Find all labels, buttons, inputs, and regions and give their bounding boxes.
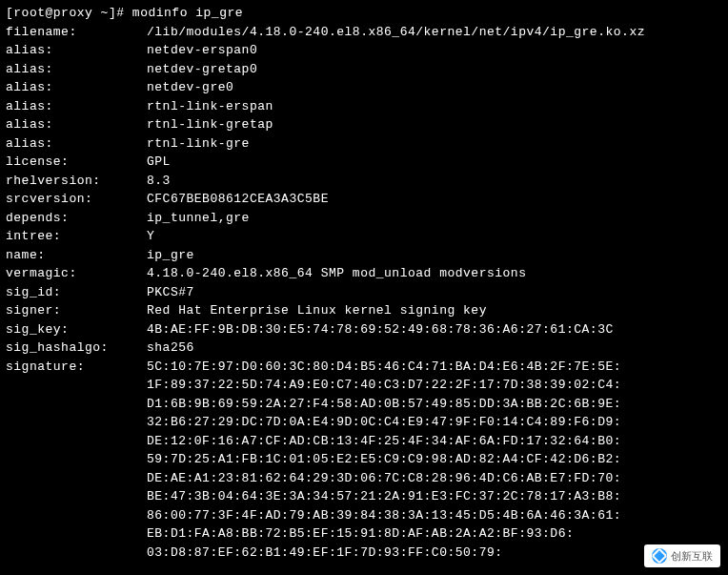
field-value: BE:47:3B:04:64:3E:3A:34:57:21:2A:91:E3:F…: [147, 489, 621, 503]
field-label: srcversion:: [6, 190, 147, 209]
field-value: ip_gre: [147, 248, 194, 262]
field-label: sig_hashalgo:: [6, 339, 147, 358]
field-label: alias:: [6, 97, 147, 116]
field-label: alias:: [6, 78, 147, 97]
field-label: signer:: [6, 301, 147, 320]
output-line: 86:00:77:3F:4F:AD:79:AB:39:84:38:3A:13:4…: [6, 506, 722, 525]
output-line: sig_id:PKCS#7: [6, 283, 722, 302]
field-label: name:: [6, 246, 147, 265]
field-label: rhelversion:: [6, 172, 147, 191]
field-value: 86:00:77:3F:4F:AD:79:AB:39:84:38:3A:13:4…: [147, 508, 621, 523]
field-value: 4.18.0-240.el8.x86_64 SMP mod_unload mod…: [147, 266, 526, 280]
field-value: rtnl-link-gre: [147, 136, 250, 151]
output-line: EB:D1:FA:A8:BB:72:B5:EF:15:91:8D:AF:AB:2…: [6, 524, 722, 544]
output-line: 59:7D:25:A1:FB:1C:01:05:E2:E5:C9:C9:98:A…: [6, 450, 722, 469]
output-block: filename:/lib/modules/4.18.0-240.el8.x86…: [6, 23, 722, 563]
field-value: DE:12:0F:16:A7:CF:AD:CB:13:4F:25:4F:34:A…: [147, 434, 621, 448]
field-value: 4B:AE:FF:9B:DB:30:E5:74:78:69:52:49:68:7…: [147, 322, 614, 337]
field-value: D1:6B:9B:69:59:2A:27:F4:58:AD:0B:57:49:8…: [147, 397, 621, 411]
field-value: PKCS#7: [147, 285, 194, 299]
output-line: alias:netdev-gre0: [6, 78, 722, 97]
terminal-output: [root@proxy ~]# modinfo ip_gre filename:…: [6, 4, 722, 562]
field-label: depends:: [6, 209, 147, 228]
field-value: 59:7D:25:A1:FB:1C:01:05:E2:E5:C9:C9:98:A…: [147, 452, 621, 466]
output-line: 32:B6:27:29:DC:7D:0A:E4:9D:0C:C4:E9:47:9…: [6, 413, 722, 432]
field-label: alias:: [6, 134, 147, 154]
field-label: license:: [6, 153, 147, 172]
field-label: sig_key:: [6, 320, 147, 339]
field-value: rtnl-link-gretap: [147, 117, 273, 132]
field-value: CFC67BEB08612CEA3A3C5BE: [147, 192, 329, 206]
field-value: ip_tunnel,gre: [147, 211, 250, 225]
field-value: GPL: [147, 154, 171, 169]
field-value: 1F:89:37:22:5D:74:A9:E0:C7:40:C3:D7:22:2…: [147, 378, 621, 392]
output-line: vermagic:4.18.0-240.el8.x86_64 SMP mod_u…: [6, 264, 722, 283]
field-value: EB:D1:FA:A8:BB:72:B5:EF:15:91:8D:AF:AB:2…: [147, 526, 574, 541]
output-line: alias:rtnl-link-erspan: [6, 97, 722, 116]
output-line: 03:D8:87:EF:62:B1:49:EF:1F:7D:93:FF:C0:5…: [6, 544, 722, 563]
field-label: alias:: [6, 41, 147, 60]
command-line: [root@proxy ~]# modinfo ip_gre: [6, 4, 722, 23]
field-label: intree:: [6, 227, 147, 246]
output-line: alias:netdev-gretap0: [6, 60, 722, 79]
field-value: rtnl-link-erspan: [147, 99, 273, 113]
field-label: sig_id:: [6, 283, 147, 302]
output-line: depends:ip_tunnel,gre: [6, 209, 722, 228]
field-value: netdev-gre0: [147, 80, 233, 94]
output-line: license:GPL: [6, 153, 722, 172]
shell-prompt: [root@proxy ~]#: [6, 6, 132, 20]
watermark-badge: 创新互联: [644, 544, 720, 568]
field-value: netdev-gretap0: [147, 62, 257, 76]
output-line: D1:6B:9B:69:59:2A:27:F4:58:AD:0B:57:49:8…: [6, 395, 722, 414]
command-text: modinfo ip_gre: [132, 6, 243, 20]
output-line: name:ip_gre: [6, 246, 722, 265]
field-label: filename:: [6, 23, 147, 42]
field-value: Y: [147, 229, 154, 243]
output-line: filename:/lib/modules/4.18.0-240.el8.x86…: [6, 23, 722, 42]
field-value: 8.3: [147, 174, 171, 188]
output-line: alias:rtnl-link-gre: [6, 134, 722, 154]
output-line: DE:AE:A1:23:81:62:64:29:3D:06:7C:C8:28:9…: [6, 469, 722, 488]
output-line: 1F:89:37:22:5D:74:A9:E0:C7:40:C3:D7:22:2…: [6, 376, 722, 395]
output-line: sig_key:4B:AE:FF:9B:DB:30:E5:74:78:69:52…: [6, 320, 722, 339]
output-line: DE:12:0F:16:A7:CF:AD:CB:13:4F:25:4F:34:A…: [6, 432, 722, 451]
field-value: 03:D8:87:EF:62:B1:49:EF:1F:7D:93:FF:C0:5…: [147, 545, 503, 560]
field-value: DE:AE:A1:23:81:62:64:29:3D:06:7C:C8:28:9…: [147, 471, 621, 485]
output-line: alias:netdev-erspan0: [6, 41, 722, 60]
output-line: alias:rtnl-link-gretap: [6, 115, 722, 134]
field-value: /lib/modules/4.18.0-240.el8.x86_64/kerne…: [147, 25, 645, 39]
field-label: alias:: [6, 60, 147, 79]
output-line: intree:Y: [6, 227, 722, 246]
output-line: signer:Red Hat Enterprise Linux kernel s…: [6, 301, 722, 320]
field-label: signature:: [6, 358, 147, 377]
output-line: signature:5C:10:7E:97:D0:60:3C:80:D4:B5:…: [6, 358, 722, 377]
output-line: sig_hashalgo:sha256: [6, 339, 722, 358]
output-line: rhelversion:8.3: [6, 172, 722, 191]
field-label: vermagic:: [6, 264, 147, 283]
field-value: netdev-erspan0: [147, 43, 257, 57]
watermark-text: 创新互联: [671, 548, 713, 565]
field-value: sha256: [147, 340, 194, 355]
output-line: srcversion:CFC67BEB08612CEA3A3C5BE: [6, 190, 722, 209]
watermark-logo-icon: [652, 548, 667, 564]
field-value: Red Hat Enterprise Linux kernel signing …: [147, 303, 487, 318]
field-value: 5C:10:7E:97:D0:60:3C:80:D4:B5:46:C4:71:B…: [147, 359, 621, 374]
field-value: 32:B6:27:29:DC:7D:0A:E4:9D:0C:C4:E9:47:9…: [147, 415, 621, 429]
field-label: alias:: [6, 115, 147, 134]
output-line: BE:47:3B:04:64:3E:3A:34:57:21:2A:91:E3:F…: [6, 487, 722, 506]
